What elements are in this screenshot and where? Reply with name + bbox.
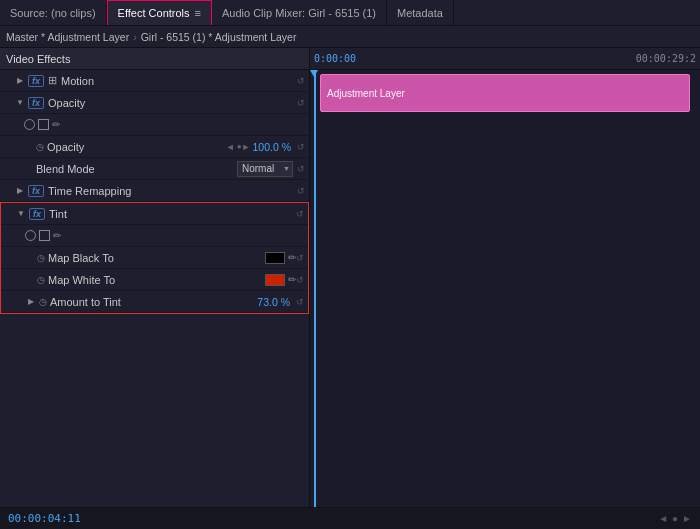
tab-effect-controls-label: Effect Controls	[118, 7, 190, 19]
tab-source[interactable]: Source: (no clips)	[0, 0, 107, 25]
tint-pen-icon[interactable]: ✏	[53, 230, 61, 241]
timeline-track-area[interactable]: Adjustment Layer	[310, 70, 700, 507]
opacity-fx-badge: fx	[28, 97, 44, 109]
breadcrumb-clip: Girl - 6515 (1) * Adjustment Layer	[141, 31, 297, 43]
tab-source-label: Source: (no clips)	[10, 7, 96, 19]
motion-icon: ⊞	[48, 74, 57, 87]
map-black-pen[interactable]: ✏	[288, 252, 296, 263]
tab-metadata[interactable]: Metadata	[387, 0, 454, 25]
motion-label: Motion	[61, 75, 297, 87]
map-black-label: Map Black To	[48, 252, 265, 264]
timecode-start: 0:00:00	[314, 53, 356, 64]
amount-tint-label: Amount to Tint	[50, 296, 257, 308]
tint-controls-row: ✏	[1, 225, 308, 247]
map-black-swatch[interactable]	[265, 252, 285, 264]
tint-row[interactable]: fx Tint ↺	[1, 203, 308, 225]
amount-tint-row[interactable]: ◷ Amount to Tint 73.0 % ↺	[1, 291, 308, 313]
nav-right-icon[interactable]: ►	[682, 513, 692, 524]
time-remap-row[interactable]: fx Time Remapping ↺	[0, 180, 309, 202]
map-white-reset[interactable]: ↺	[296, 275, 304, 285]
blend-mode-wrap[interactable]: Normal Multiply Screen	[237, 161, 293, 177]
breadcrumb-master: Master * Adjustment Layer	[6, 31, 129, 43]
blend-mode-reset[interactable]: ↺	[297, 164, 305, 174]
nav-left-icon[interactable]: ◄	[658, 513, 668, 524]
opacity-chevron	[14, 97, 26, 109]
motion-reset[interactable]: ↺	[297, 76, 305, 86]
tint-square[interactable]	[39, 230, 50, 241]
timeline-panel: 0:00:00 00:00:29:2 Adjustment Layer	[310, 48, 700, 507]
timecode-end: 00:00:29:2	[636, 53, 696, 64]
playhead-marker	[310, 70, 318, 77]
opacity-label: Opacity	[48, 97, 297, 109]
tint-label: Tint	[49, 208, 296, 220]
opacity-value-reset[interactable]: ↺	[297, 142, 305, 152]
time-remap-chevron	[14, 185, 26, 197]
opacity-enable-circle[interactable]	[24, 119, 35, 130]
tab-audio-clip-mixer[interactable]: Audio Clip Mixer: Girl - 6515 (1)	[212, 0, 387, 25]
video-effects-label: Video Effects	[6, 53, 70, 65]
tab-metadata-label: Metadata	[397, 7, 443, 19]
amount-tint-reset[interactable]: ↺	[296, 297, 304, 307]
opacity-value-label: Opacity	[47, 141, 226, 153]
map-white-swatch[interactable]	[265, 274, 285, 286]
status-bar: 00:00:04:11 ◄ ● ►	[0, 507, 700, 529]
effects-panel: Video Effects fx ⊞ Motion ↺ fx Opacity ↺…	[0, 48, 310, 507]
time-remap-fx-badge: fx	[28, 185, 44, 197]
map-black-row[interactable]: ◷ Map Black To ✏ ↺	[1, 247, 308, 269]
map-white-row[interactable]: ◷ Map White To ✏ ↺	[1, 269, 308, 291]
tab-bar: Source: (no clips) Effect Controls ≡ Aud…	[0, 0, 700, 26]
motion-chevron	[14, 75, 26, 87]
time-remap-label: Time Remapping	[48, 185, 297, 197]
amount-tint-clock: ◷	[39, 297, 47, 307]
opacity-controls-row: ✏	[0, 114, 309, 136]
main-area: Video Effects fx ⊞ Motion ↺ fx Opacity ↺…	[0, 48, 700, 507]
hamburger-icon: ≡	[195, 7, 201, 19]
map-white-pen[interactable]: ✏	[288, 274, 296, 285]
opacity-pen-icon[interactable]: ✏	[52, 119, 60, 130]
tab-audio-label: Audio Clip Mixer: Girl - 6515 (1)	[222, 7, 376, 19]
breadcrumb-bar: Master * Adjustment Layer › Girl - 6515 …	[0, 26, 700, 48]
opacity-value[interactable]: 100.0 %	[252, 141, 291, 153]
map-black-clock: ◷	[37, 253, 45, 263]
timeline-header: 0:00:00 00:00:29:2	[310, 48, 700, 70]
amount-tint-chevron	[25, 296, 37, 308]
opacity-reset[interactable]: ↺	[297, 98, 305, 108]
adjustment-clip[interactable]: Adjustment Layer	[320, 74, 690, 112]
opacity-clock-icon: ◷	[36, 142, 44, 152]
time-remap-reset[interactable]: ↺	[297, 186, 305, 196]
tint-reset[interactable]: ↺	[296, 209, 304, 219]
opacity-value-row[interactable]: ◷ Opacity ◄ ● ► 100.0 % ↺	[0, 136, 309, 158]
map-white-clock: ◷	[37, 275, 45, 285]
adjustment-clip-label: Adjustment Layer	[327, 88, 405, 99]
motion-fx-badge: fx	[28, 75, 44, 87]
map-white-label: Map White To	[48, 274, 265, 286]
opacity-square[interactable]	[38, 119, 49, 130]
map-black-reset[interactable]: ↺	[296, 253, 304, 263]
blend-mode-row[interactable]: Blend Mode Normal Multiply Screen ↺	[0, 158, 309, 180]
tab-effect-controls[interactable]: Effect Controls ≡	[107, 0, 212, 25]
tint-chevron	[15, 208, 27, 220]
blend-mode-label: Blend Mode	[36, 163, 237, 175]
tint-fx-badge: fx	[29, 208, 45, 220]
video-effects-header[interactable]: Video Effects	[0, 48, 309, 70]
blend-mode-select[interactable]: Normal Multiply Screen	[237, 161, 293, 177]
timeline-nav: ◄ ● ►	[658, 513, 692, 524]
opacity-nav-left[interactable]: ◄	[226, 142, 235, 152]
timeline-playhead[interactable]	[314, 70, 316, 507]
opacity-nav-right[interactable]: ►	[242, 142, 251, 152]
tint-enable-circle[interactable]	[25, 230, 36, 241]
opacity-row[interactable]: fx Opacity ↺	[0, 92, 309, 114]
breadcrumb-chevron: ›	[133, 31, 137, 43]
nav-dot-icon: ●	[672, 513, 678, 524]
motion-row[interactable]: fx ⊞ Motion ↺	[0, 70, 309, 92]
tint-section: fx Tint ↺ ✏ ◷ Map Black To ✏ ↺	[0, 202, 309, 314]
amount-tint-value[interactable]: 73.0 %	[257, 296, 290, 308]
timecode-status: 00:00:04:11	[8, 512, 81, 525]
